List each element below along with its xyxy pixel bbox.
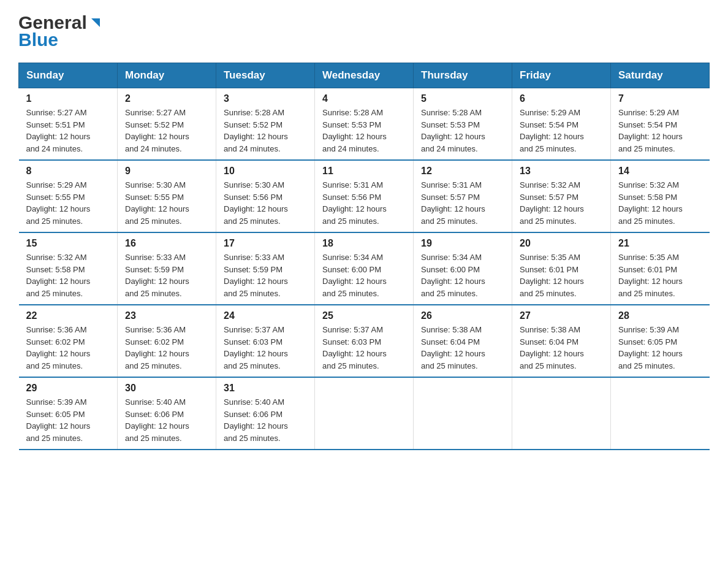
day-number: 19 xyxy=(421,238,504,249)
calendar-cell: 21 Sunrise: 5:35 AM Sunset: 6:01 PM Dayl… xyxy=(611,232,710,305)
day-info: Sunrise: 5:40 AM Sunset: 6:06 PM Dayligh… xyxy=(125,396,208,444)
calendar-cell: 22 Sunrise: 5:36 AM Sunset: 6:02 PM Dayl… xyxy=(19,305,118,377)
calendar-cell: 23 Sunrise: 5:36 AM Sunset: 6:02 PM Dayl… xyxy=(118,305,216,377)
calendar-cell: 8 Sunrise: 5:29 AM Sunset: 5:55 PM Dayli… xyxy=(19,160,118,232)
calendar-cell: 10 Sunrise: 5:30 AM Sunset: 5:56 PM Dayl… xyxy=(216,160,315,232)
day-number: 22 xyxy=(26,310,110,321)
calendar-week-1: 1 Sunrise: 5:27 AM Sunset: 5:51 PM Dayli… xyxy=(19,88,710,161)
day-number: 25 xyxy=(322,310,406,321)
calendar-cell: 19 Sunrise: 5:34 AM Sunset: 6:00 PM Dayl… xyxy=(414,232,512,305)
day-number: 23 xyxy=(125,310,208,321)
day-info: Sunrise: 5:38 AM Sunset: 6:04 PM Dayligh… xyxy=(421,324,504,372)
day-info: Sunrise: 5:31 AM Sunset: 5:56 PM Dayligh… xyxy=(322,179,406,227)
day-info: Sunrise: 5:27 AM Sunset: 5:52 PM Dayligh… xyxy=(125,107,208,155)
day-info: Sunrise: 5:39 AM Sunset: 6:05 PM Dayligh… xyxy=(26,396,110,444)
calendar-cell: 17 Sunrise: 5:33 AM Sunset: 5:59 PM Dayl… xyxy=(216,232,315,305)
calendar-header-row: SundayMondayTuesdayWednesdayThursdayFrid… xyxy=(19,63,710,88)
day-number: 5 xyxy=(421,93,504,104)
calendar-cell: 3 Sunrise: 5:28 AM Sunset: 5:52 PM Dayli… xyxy=(216,88,315,161)
day-number: 18 xyxy=(322,238,406,249)
day-info: Sunrise: 5:33 AM Sunset: 5:59 PM Dayligh… xyxy=(125,251,208,299)
day-number: 10 xyxy=(224,166,307,177)
header-saturday: Saturday xyxy=(611,63,710,88)
calendar-cell: 28 Sunrise: 5:39 AM Sunset: 6:05 PM Dayl… xyxy=(611,305,710,377)
svg-marker-0 xyxy=(91,18,100,27)
day-number: 26 xyxy=(421,310,504,321)
calendar-week-2: 8 Sunrise: 5:29 AM Sunset: 5:55 PM Dayli… xyxy=(19,160,710,232)
day-number: 11 xyxy=(322,166,406,177)
calendar-cell xyxy=(414,377,512,450)
day-info: Sunrise: 5:32 AM Sunset: 5:57 PM Dayligh… xyxy=(520,179,603,227)
day-info: Sunrise: 5:38 AM Sunset: 6:04 PM Dayligh… xyxy=(520,324,603,372)
calendar-week-5: 29 Sunrise: 5:39 AM Sunset: 6:05 PM Dayl… xyxy=(19,377,710,450)
day-info: Sunrise: 5:33 AM Sunset: 5:59 PM Dayligh… xyxy=(224,251,307,299)
day-number: 30 xyxy=(125,383,208,394)
day-info: Sunrise: 5:30 AM Sunset: 5:55 PM Dayligh… xyxy=(125,179,208,227)
calendar-cell: 20 Sunrise: 5:35 AM Sunset: 6:01 PM Dayl… xyxy=(512,232,611,305)
calendar-cell: 6 Sunrise: 5:29 AM Sunset: 5:54 PM Dayli… xyxy=(512,88,611,161)
day-number: 1 xyxy=(26,93,110,104)
day-number: 24 xyxy=(224,310,307,321)
calendar-week-4: 22 Sunrise: 5:36 AM Sunset: 6:02 PM Dayl… xyxy=(19,305,710,377)
day-info: Sunrise: 5:35 AM Sunset: 6:01 PM Dayligh… xyxy=(520,251,603,299)
day-number: 4 xyxy=(322,93,406,104)
day-info: Sunrise: 5:36 AM Sunset: 6:02 PM Dayligh… xyxy=(26,324,110,372)
calendar-cell: 13 Sunrise: 5:32 AM Sunset: 5:57 PM Dayl… xyxy=(512,160,611,232)
calendar-cell: 15 Sunrise: 5:32 AM Sunset: 5:58 PM Dayl… xyxy=(19,232,118,305)
day-number: 28 xyxy=(618,310,702,321)
calendar-cell: 5 Sunrise: 5:28 AM Sunset: 5:53 PM Dayli… xyxy=(414,88,512,161)
calendar-cell: 7 Sunrise: 5:29 AM Sunset: 5:54 PM Dayli… xyxy=(611,88,710,161)
header-wednesday: Wednesday xyxy=(315,63,414,88)
day-info: Sunrise: 5:28 AM Sunset: 5:53 PM Dayligh… xyxy=(421,107,504,155)
calendar-cell: 1 Sunrise: 5:27 AM Sunset: 5:51 PM Dayli… xyxy=(19,88,118,161)
day-info: Sunrise: 5:34 AM Sunset: 6:00 PM Dayligh… xyxy=(322,251,406,299)
calendar-cell: 30 Sunrise: 5:40 AM Sunset: 6:06 PM Dayl… xyxy=(118,377,216,450)
day-number: 27 xyxy=(520,310,603,321)
day-info: Sunrise: 5:40 AM Sunset: 6:06 PM Dayligh… xyxy=(224,396,307,444)
day-number: 20 xyxy=(520,238,603,249)
calendar-cell: 2 Sunrise: 5:27 AM Sunset: 5:52 PM Dayli… xyxy=(118,88,216,161)
header-monday: Monday xyxy=(118,63,216,88)
day-number: 15 xyxy=(26,238,110,249)
header-friday: Friday xyxy=(512,63,611,88)
day-info: Sunrise: 5:37 AM Sunset: 6:03 PM Dayligh… xyxy=(322,324,406,372)
calendar-week-3: 15 Sunrise: 5:32 AM Sunset: 5:58 PM Dayl… xyxy=(19,232,710,305)
logo-blue-text: Blue xyxy=(18,29,58,50)
calendar-cell xyxy=(611,377,710,450)
day-info: Sunrise: 5:29 AM Sunset: 5:54 PM Dayligh… xyxy=(618,107,702,155)
day-number: 31 xyxy=(224,383,307,394)
day-info: Sunrise: 5:37 AM Sunset: 6:03 PM Dayligh… xyxy=(224,324,307,372)
day-number: 14 xyxy=(618,166,702,177)
calendar-cell: 11 Sunrise: 5:31 AM Sunset: 5:56 PM Dayl… xyxy=(315,160,414,232)
day-info: Sunrise: 5:28 AM Sunset: 5:52 PM Dayligh… xyxy=(224,107,307,155)
calendar-cell: 24 Sunrise: 5:37 AM Sunset: 6:03 PM Dayl… xyxy=(216,305,315,377)
day-number: 12 xyxy=(421,166,504,177)
day-number: 2 xyxy=(125,93,208,104)
header-tuesday: Tuesday xyxy=(216,63,315,88)
day-number: 21 xyxy=(618,238,702,249)
header-thursday: Thursday xyxy=(414,63,512,88)
day-number: 9 xyxy=(125,166,208,177)
day-number: 7 xyxy=(618,93,702,104)
calendar-table: SundayMondayTuesdayWednesdayThursdayFrid… xyxy=(18,63,710,450)
calendar-cell: 18 Sunrise: 5:34 AM Sunset: 6:00 PM Dayl… xyxy=(315,232,414,305)
day-number: 17 xyxy=(224,238,307,249)
day-info: Sunrise: 5:32 AM Sunset: 5:58 PM Dayligh… xyxy=(618,179,702,227)
day-info: Sunrise: 5:28 AM Sunset: 5:53 PM Dayligh… xyxy=(322,107,406,155)
day-number: 6 xyxy=(520,93,603,104)
day-info: Sunrise: 5:27 AM Sunset: 5:51 PM Dayligh… xyxy=(26,107,110,155)
header-sunday: Sunday xyxy=(19,63,118,88)
calendar-cell: 25 Sunrise: 5:37 AM Sunset: 6:03 PM Dayl… xyxy=(315,305,414,377)
logo: General Blue xyxy=(18,12,102,50)
day-info: Sunrise: 5:29 AM Sunset: 5:55 PM Dayligh… xyxy=(26,179,110,227)
calendar-cell: 9 Sunrise: 5:30 AM Sunset: 5:55 PM Dayli… xyxy=(118,160,216,232)
calendar-cell: 27 Sunrise: 5:38 AM Sunset: 6:04 PM Dayl… xyxy=(512,305,611,377)
day-number: 16 xyxy=(125,238,208,249)
page-header: General Blue xyxy=(18,12,710,50)
day-info: Sunrise: 5:39 AM Sunset: 6:05 PM Dayligh… xyxy=(618,324,702,372)
calendar-cell: 29 Sunrise: 5:39 AM Sunset: 6:05 PM Dayl… xyxy=(19,377,118,450)
calendar-cell: 12 Sunrise: 5:31 AM Sunset: 5:57 PM Dayl… xyxy=(414,160,512,232)
calendar-cell: 16 Sunrise: 5:33 AM Sunset: 5:59 PM Dayl… xyxy=(118,232,216,305)
day-number: 8 xyxy=(26,166,110,177)
calendar-cell xyxy=(315,377,414,450)
